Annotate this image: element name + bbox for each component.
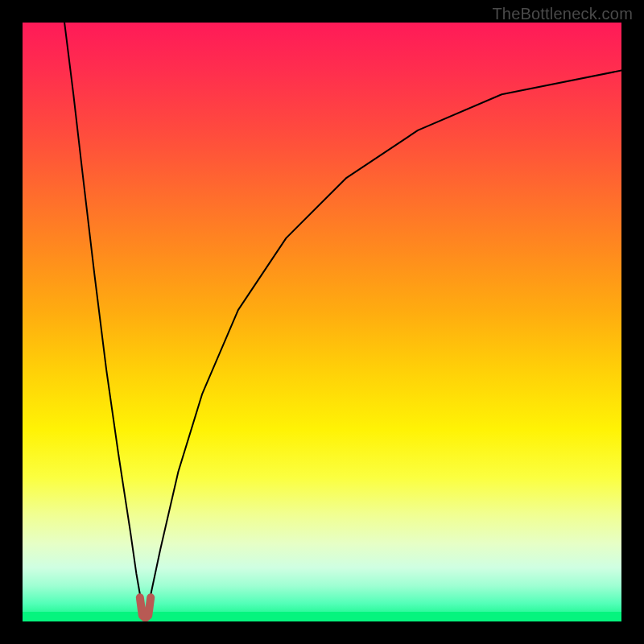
plot-area — [23, 23, 621, 621]
watermark-label: TheBottleneck.com — [492, 5, 633, 23]
series-left-branch — [64, 23, 140, 597]
chart-frame: TheBottleneck.com — [0, 0, 644, 644]
curve-layer — [23, 23, 621, 621]
series-cusp-marker — [140, 597, 151, 617]
series-right-branch — [150, 71, 621, 598]
